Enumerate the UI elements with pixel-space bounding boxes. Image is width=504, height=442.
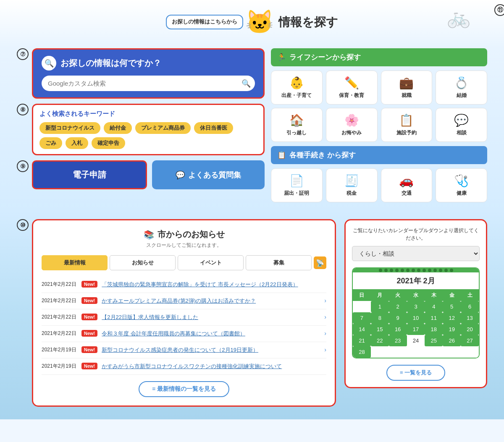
search-heading: お探しの情報は何ですか？ bbox=[60, 58, 161, 69]
keyword-tag[interactable]: 新型コロナウイルス bbox=[39, 122, 100, 134]
news-link[interactable]: かすみがうら市新型コロナウイルスワクチンの接種強化訓練実施について bbox=[102, 363, 326, 370]
calendar-day[interactable]: 21 bbox=[353, 335, 371, 346]
news-list: 2021年2月22日 New! 「茨城県独自の緊急事態宣言の解除」を受けて 市長… bbox=[42, 277, 326, 375]
faq-button[interactable]: 💬 よくある質問集 bbox=[152, 160, 265, 189]
calendar-day[interactable]: 13 bbox=[461, 312, 479, 324]
news-item[interactable]: 2021年2月22日 New! 「茨城県独自の緊急事態宣言の解除」を受けて 市長… bbox=[42, 277, 326, 293]
calendar-day[interactable]: 5 bbox=[443, 301, 461, 312]
procedure-card[interactable]: 📄届出・証明 bbox=[271, 168, 323, 202]
calendar-day[interactable]: 22 bbox=[371, 335, 389, 346]
calendar-select[interactable]: くらし・相談健康・医療イベント施設予約 bbox=[352, 246, 480, 261]
life-scenes-header: 🏃 ライフシーンから探す bbox=[271, 48, 487, 66]
keyword-tag[interactable]: ごみ bbox=[39, 137, 62, 149]
new-badge: New! bbox=[81, 297, 97, 304]
procedure-card[interactable]: 🩺健康 bbox=[436, 168, 487, 202]
calendar-rings bbox=[353, 268, 479, 272]
life-scene-card[interactable]: 🏠引っ越し bbox=[271, 108, 323, 142]
keyword-tag[interactable]: プレミアム商品券 bbox=[135, 122, 191, 134]
calendar-day[interactable]: 6 bbox=[461, 301, 479, 312]
procedure-label: 交通 bbox=[402, 190, 412, 197]
news-link[interactable]: 「茨城県独自の緊急事態宣言の解除」を受けて 市長メッセージ（2月22日発表） bbox=[102, 281, 326, 288]
calendar-day[interactable]: 4 bbox=[425, 301, 443, 312]
news-tab[interactable]: お知らせ bbox=[110, 255, 176, 270]
calendar-day[interactable]: 10 bbox=[407, 312, 425, 324]
calendar-day[interactable]: 7 bbox=[353, 312, 371, 324]
keyword-tag[interactable]: 休日当番医 bbox=[194, 122, 233, 134]
news-item[interactable]: 2021年2月19日 New! かすみがうら市新型コロナウイルスワクチンの接種強… bbox=[42, 358, 326, 375]
news-link[interactable]: 令和３年度 会計年度任用職員の再募集について（図書館） bbox=[102, 330, 320, 337]
calendar-day[interactable]: 20 bbox=[461, 324, 479, 335]
calendar-ring bbox=[395, 269, 399, 272]
calendar-day[interactable]: 26 bbox=[443, 335, 461, 346]
calendar-day[interactable]: 28 bbox=[353, 346, 371, 358]
news-list-scroll[interactable]: 2021年2月22日 New! 「茨城県独自の緊急事態宣言の解除」を受けて 市長… bbox=[42, 277, 326, 375]
life-scene-card[interactable]: 💼就職 bbox=[381, 71, 433, 105]
calendar-day[interactable]: 18 bbox=[425, 324, 443, 335]
calendar-day[interactable]: 23 bbox=[389, 335, 407, 346]
bottom-section: ⑩ 📚 市からのお知らせ スクロールしてご覧になれます。 最新情報お知らせイベン… bbox=[0, 211, 504, 419]
procedure-label: 健康 bbox=[457, 190, 467, 197]
life-scene-card[interactable]: 💍結婚 bbox=[436, 71, 487, 105]
news-tab[interactable]: 最新情報 bbox=[42, 255, 108, 270]
calendar-ring bbox=[439, 269, 442, 272]
news-link[interactable]: かすみエールプレミアム商品券(第2弾)の購入はお済みですか？ bbox=[102, 297, 320, 305]
calendar-day[interactable]: 25 bbox=[425, 335, 443, 346]
calendar-day[interactable]: 19 bbox=[443, 324, 461, 335]
calendar-day[interactable]: 2 bbox=[389, 301, 407, 312]
news-date: 2021年2月19日 bbox=[42, 363, 77, 370]
calendar-day[interactable]: 12 bbox=[443, 312, 461, 324]
calendar-weekday: 日 bbox=[353, 290, 371, 301]
calendar-day[interactable]: 27 bbox=[461, 335, 479, 346]
news-item[interactable]: 2021年2月22日 New! 【2月22日版】求人情報を更新しました › bbox=[42, 309, 326, 326]
news-item[interactable]: 2021年2月22日 New! かすみエールプレミアム商品券(第2弾)の購入はお… bbox=[42, 293, 326, 309]
procedure-card[interactable]: 🧾税金 bbox=[326, 168, 378, 202]
life-scene-card[interactable]: 💬相談 bbox=[436, 108, 487, 142]
life-scene-label: 保育・教育 bbox=[339, 92, 364, 99]
keyword-tag[interactable]: 給付金 bbox=[104, 122, 132, 134]
calendar-weekday: 金 bbox=[443, 290, 461, 301]
right-column: 🏃 ライフシーンから探す 👶出産・子育て✏️保育・教育💼就職💍結婚🏠引っ越し🌸お… bbox=[271, 48, 487, 202]
news-date: 2021年2月22日 bbox=[42, 314, 77, 321]
rss-icon[interactable]: 📡 bbox=[314, 256, 326, 269]
calendar-day[interactable]: 9 bbox=[389, 312, 407, 324]
hero-title-row: お探しの情報はこちらから 🐱 情報を探す 🚲 bbox=[17, 8, 487, 36]
news-item[interactable]: 2021年2月22日 New! 令和３年度 会計年度任用職員の再募集について（図… bbox=[42, 326, 326, 342]
life-scene-card[interactable]: 👶出産・子育て bbox=[271, 71, 323, 105]
calendar-day[interactable]: 8 bbox=[371, 312, 389, 324]
news-more-button[interactable]: ≡ 最新情報の一覧を見る bbox=[139, 381, 229, 397]
life-scene-label: 施設予約 bbox=[396, 129, 417, 136]
news-title: 📚 市からのお知らせ bbox=[42, 229, 326, 240]
calendar-ring bbox=[444, 269, 448, 272]
search-button[interactable]: 🔍 bbox=[242, 79, 251, 88]
keyword-tag[interactable]: 確定申告 bbox=[92, 137, 125, 149]
calendar-ring bbox=[390, 269, 393, 272]
electronic-application-button[interactable]: 電子申請 bbox=[32, 160, 147, 189]
calendar-day[interactable]: 15 bbox=[371, 324, 389, 335]
calendar-more-button[interactable]: ≡ 一覧を見る bbox=[386, 365, 445, 381]
procedure-label: 届出・証明 bbox=[284, 190, 309, 197]
news-tab[interactable]: 募集 bbox=[246, 255, 312, 270]
calendar-day[interactable]: 1 bbox=[371, 301, 389, 312]
mascot-icon: 🐱 bbox=[245, 8, 274, 36]
search-input[interactable] bbox=[42, 76, 255, 91]
news-header: 📚 市からのお知らせ スクロールしてご覧になれます。 bbox=[42, 229, 326, 249]
life-scene-card[interactable]: 📋施設予約 bbox=[381, 108, 433, 142]
life-scene-card[interactable]: 🌸お悔やみ bbox=[326, 108, 378, 142]
calendar-day[interactable]: 3 bbox=[407, 301, 425, 312]
news-link[interactable]: 新型コロナウイルス感染症患者の発生について（2月19日更新） bbox=[102, 346, 320, 354]
calendar-desc: ご覧になりたいカレンダーをプルダウンより選択してください。 bbox=[352, 227, 480, 242]
calendar-day bbox=[425, 346, 443, 358]
document-icon: 📋 bbox=[277, 151, 286, 160]
life-scene-card[interactable]: ✏️保育・教育 bbox=[326, 71, 378, 105]
calendar-day[interactable]: 11 bbox=[425, 312, 443, 324]
news-item[interactable]: 2021年2月19日 New! 新型コロナウイルス感染症患者の発生について（2月… bbox=[42, 342, 326, 358]
procedure-label: 税金 bbox=[346, 190, 357, 197]
calendar-day[interactable]: 16 bbox=[389, 324, 407, 335]
news-tab[interactable]: イベント bbox=[178, 255, 244, 270]
news-icon: 📚 bbox=[144, 230, 154, 240]
news-link[interactable]: 【2月22日版】求人情報を更新しました bbox=[102, 314, 320, 321]
calendar-day[interactable]: 17 bbox=[407, 324, 425, 335]
procedure-card[interactable]: 🚗交通 bbox=[381, 168, 433, 202]
keyword-tag[interactable]: 入札 bbox=[66, 137, 88, 149]
calendar-day[interactable]: 14 bbox=[353, 324, 371, 335]
